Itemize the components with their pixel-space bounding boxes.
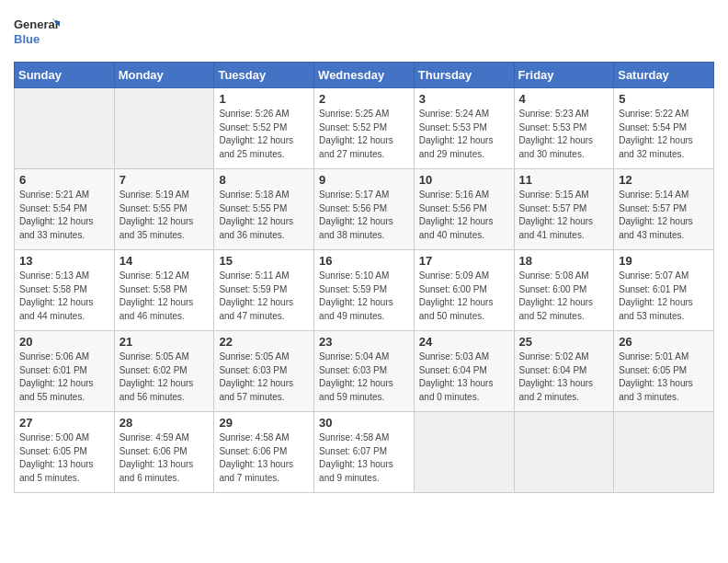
day-cell: 23 Sunrise: 5:04 AM Sunset: 6:03 PM Dayl… (314, 331, 415, 412)
daylight-text: Daylight: 13 hours and 7 minutes. (219, 459, 293, 483)
day-cell: 13 Sunrise: 5:13 AM Sunset: 5:58 PM Dayl… (15, 250, 115, 331)
day-number: 8 (219, 173, 309, 187)
day-info: Sunrise: 5:05 AM Sunset: 6:02 PM Dayligh… (119, 350, 210, 404)
daylight-text: Daylight: 12 hours and 59 minutes. (319, 378, 393, 402)
day-info: Sunrise: 5:04 AM Sunset: 6:03 PM Dayligh… (319, 350, 409, 404)
sunrise-text: Sunrise: 4:58 AM (219, 432, 289, 442)
col-header-thursday: Thursday (414, 63, 514, 88)
day-info: Sunrise: 5:11 AM Sunset: 5:59 PM Dayligh… (219, 270, 309, 323)
day-cell: 16 Sunrise: 5:10 AM Sunset: 5:59 PM Dayl… (314, 250, 415, 331)
day-info: Sunrise: 5:26 AM Sunset: 5:52 PM Dayligh… (219, 108, 309, 161)
day-info: Sunrise: 5:10 AM Sunset: 5:59 PM Dayligh… (319, 270, 409, 323)
daylight-text: Daylight: 13 hours and 0 minutes. (419, 378, 494, 402)
sunrise-text: Sunrise: 5:18 AM (219, 190, 289, 200)
sunrise-text: Sunrise: 5:01 AM (619, 351, 688, 362)
day-number: 17 (419, 254, 509, 268)
day-info: Sunrise: 5:25 AM Sunset: 5:52 PM Dayligh… (319, 108, 409, 161)
day-cell: 15 Sunrise: 5:11 AM Sunset: 5:59 PM Dayl… (214, 250, 314, 331)
day-info: Sunrise: 5:19 AM Sunset: 5:55 PM Dayligh… (119, 189, 210, 242)
daylight-text: Daylight: 12 hours and 41 minutes. (519, 216, 594, 240)
day-cell: 24 Sunrise: 5:03 AM Sunset: 6:04 PM Dayl… (414, 331, 514, 412)
day-info: Sunrise: 5:12 AM Sunset: 5:58 PM Dayligh… (119, 270, 210, 323)
sunset-text: Sunset: 5:57 PM (519, 203, 587, 213)
sunset-text: Sunset: 5:53 PM (519, 122, 587, 132)
day-info: Sunrise: 4:59 AM Sunset: 6:06 PM Dayligh… (119, 431, 210, 485)
day-cell (514, 412, 614, 493)
sunrise-text: Sunrise: 5:07 AM (619, 270, 688, 281)
day-info: Sunrise: 5:09 AM Sunset: 6:00 PM Dayligh… (419, 270, 509, 323)
sunset-text: Sunset: 6:04 PM (519, 365, 587, 375)
day-number: 4 (519, 92, 609, 106)
daylight-text: Daylight: 12 hours and 57 minutes. (219, 378, 293, 402)
sunrise-text: Sunrise: 5:15 AM (519, 190, 589, 200)
day-info: Sunrise: 5:17 AM Sunset: 5:56 PM Dayligh… (319, 189, 409, 242)
day-cell: 9 Sunrise: 5:17 AM Sunset: 5:56 PM Dayli… (314, 169, 415, 250)
sunset-text: Sunset: 6:06 PM (219, 446, 287, 456)
sunset-text: Sunset: 6:00 PM (419, 284, 487, 294)
header-row: SundayMondayTuesdayWednesdayThursdayFrid… (15, 63, 714, 88)
page-header: General Blue (14, 14, 714, 52)
day-number: 27 (19, 416, 109, 430)
sunrise-text: Sunrise: 5:05 AM (219, 351, 289, 362)
day-number: 9 (319, 173, 409, 187)
day-info: Sunrise: 5:24 AM Sunset: 5:53 PM Dayligh… (419, 108, 509, 161)
sunrise-text: Sunrise: 5:03 AM (419, 351, 489, 362)
day-cell: 11 Sunrise: 5:15 AM Sunset: 5:57 PM Dayl… (514, 169, 614, 250)
day-number: 16 (319, 254, 409, 268)
sunrise-text: Sunrise: 5:02 AM (519, 351, 589, 362)
svg-text:Blue: Blue (14, 32, 40, 46)
sunset-text: Sunset: 6:05 PM (619, 365, 687, 375)
col-header-sunday: Sunday (15, 63, 115, 88)
daylight-text: Daylight: 12 hours and 33 minutes. (19, 216, 94, 240)
day-info: Sunrise: 5:13 AM Sunset: 5:58 PM Dayligh… (19, 270, 109, 323)
day-number: 15 (219, 254, 309, 268)
day-cell: 3 Sunrise: 5:24 AM Sunset: 5:53 PM Dayli… (414, 88, 514, 169)
day-cell: 8 Sunrise: 5:18 AM Sunset: 5:55 PM Dayli… (214, 169, 314, 250)
day-cell: 30 Sunrise: 4:58 AM Sunset: 6:07 PM Dayl… (314, 412, 415, 493)
daylight-text: Daylight: 12 hours and 49 minutes. (319, 297, 393, 321)
day-cell: 1 Sunrise: 5:26 AM Sunset: 5:52 PM Dayli… (214, 88, 314, 169)
day-cell: 20 Sunrise: 5:06 AM Sunset: 6:01 PM Dayl… (15, 331, 115, 412)
day-number: 20 (19, 335, 109, 349)
daylight-text: Daylight: 13 hours and 3 minutes. (619, 378, 693, 402)
day-number: 30 (319, 416, 409, 430)
sunrise-text: Sunrise: 5:13 AM (19, 270, 89, 281)
day-number: 12 (619, 173, 709, 187)
sunrise-text: Sunrise: 5:22 AM (619, 109, 688, 119)
day-cell: 5 Sunrise: 5:22 AM Sunset: 5:54 PM Dayli… (614, 88, 714, 169)
daylight-text: Daylight: 12 hours and 27 minutes. (319, 135, 393, 159)
day-number: 24 (419, 335, 509, 349)
day-number: 19 (619, 254, 709, 268)
sunset-text: Sunset: 6:03 PM (319, 365, 387, 375)
day-info: Sunrise: 5:15 AM Sunset: 5:57 PM Dayligh… (519, 189, 609, 242)
sunset-text: Sunset: 6:04 PM (419, 365, 487, 375)
day-number: 5 (619, 92, 709, 106)
sunset-text: Sunset: 5:55 PM (119, 203, 188, 213)
daylight-text: Daylight: 12 hours and 35 minutes. (119, 216, 194, 240)
sunset-text: Sunset: 5:58 PM (19, 284, 87, 294)
day-cell: 17 Sunrise: 5:09 AM Sunset: 6:00 PM Dayl… (414, 250, 514, 331)
day-number: 10 (419, 173, 509, 187)
day-cell: 22 Sunrise: 5:05 AM Sunset: 6:03 PM Dayl… (214, 331, 314, 412)
daylight-text: Daylight: 13 hours and 5 minutes. (19, 459, 94, 483)
day-info: Sunrise: 5:01 AM Sunset: 6:05 PM Dayligh… (619, 350, 709, 404)
sunset-text: Sunset: 5:56 PM (419, 203, 487, 213)
daylight-text: Daylight: 12 hours and 56 minutes. (119, 378, 194, 402)
day-number: 18 (519, 254, 609, 268)
day-cell: 4 Sunrise: 5:23 AM Sunset: 5:53 PM Dayli… (514, 88, 614, 169)
day-cell (414, 412, 514, 493)
day-info: Sunrise: 5:22 AM Sunset: 5:54 PM Dayligh… (619, 108, 709, 161)
sunset-text: Sunset: 5:54 PM (619, 122, 687, 132)
sunset-text: Sunset: 6:05 PM (19, 446, 87, 456)
sunrise-text: Sunrise: 5:14 AM (619, 190, 688, 200)
day-info: Sunrise: 5:21 AM Sunset: 5:54 PM Dayligh… (19, 189, 109, 242)
week-row-1: 1 Sunrise: 5:26 AM Sunset: 5:52 PM Dayli… (15, 88, 714, 169)
daylight-text: Daylight: 12 hours and 43 minutes. (619, 216, 693, 240)
logo-svg: General Blue (14, 14, 60, 52)
sunrise-text: Sunrise: 4:59 AM (119, 432, 189, 442)
sunset-text: Sunset: 6:07 PM (319, 446, 387, 456)
day-cell: 19 Sunrise: 5:07 AM Sunset: 6:01 PM Dayl… (614, 250, 714, 331)
col-header-wednesday: Wednesday (314, 63, 415, 88)
day-cell: 25 Sunrise: 5:02 AM Sunset: 6:04 PM Dayl… (514, 331, 614, 412)
sunrise-text: Sunrise: 5:11 AM (219, 270, 289, 281)
